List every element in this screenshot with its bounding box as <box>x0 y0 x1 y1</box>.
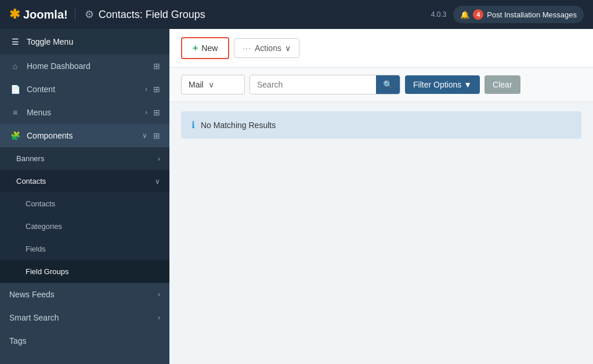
puzzle-icon: ⚙ <box>85 8 94 21</box>
sidebar-item-news-feeds[interactable]: News Feeds › <box>0 283 169 306</box>
no-results-banner: ℹ No Matching Results <box>181 111 581 139</box>
sidebar-item-contacts-parent[interactable]: Contacts ∨ <box>0 170 169 192</box>
sidebar-item-categories[interactable]: Categories <box>0 215 169 238</box>
new-button-label: New <box>201 43 218 53</box>
sidebar-item-banners[interactable]: Banners › <box>0 147 169 170</box>
bell-icon: 🔔 <box>460 10 469 19</box>
clear-button[interactable]: Clear <box>484 75 520 94</box>
post-install-label: Post Installation Messages <box>487 10 577 19</box>
home-dashboard-label: Home Dashboard <box>27 61 147 71</box>
news-feeds-label: News Feeds <box>9 290 152 299</box>
joomla-logo: ✱ Joomla! <box>9 7 68 22</box>
components-submenu: Banners › Contacts ∨ Contacts Categories… <box>0 147 169 283</box>
sidebar-item-contacts[interactable]: Contacts <box>0 192 169 215</box>
smart-search-chevron-icon: › <box>158 314 160 322</box>
menus-grid-icon: ⊞ <box>153 108 160 117</box>
contacts-chevron-icon: ∨ <box>155 177 160 185</box>
actions-chevron-icon: ∨ <box>285 43 291 53</box>
field-groups-label: Field Groups <box>26 267 160 276</box>
layout: ☰ Toggle Menu ⌂ Home Dashboard ⊞ 📄 Conte… <box>0 29 593 364</box>
actions-button[interactable]: ··· Actions ∨ <box>234 38 299 58</box>
menus-chevron-icon: › <box>145 108 147 117</box>
joomla-logo-icon: ✱ <box>9 7 20 22</box>
version-badge: 4.0.3 <box>431 10 447 19</box>
sidebar-item-tags[interactable]: Tags <box>0 329 169 352</box>
page-title-text: Contacts: Field Groups <box>99 9 205 21</box>
tags-label: Tags <box>9 336 160 345</box>
main-content: + New ··· Actions ∨ Mail ∨ 🔍 Filte <box>169 29 593 364</box>
sidebar: ☰ Toggle Menu ⌂ Home Dashboard ⊞ 📄 Conte… <box>0 29 169 364</box>
filter-options-label: Filter Options <box>413 80 461 89</box>
topbar-left: ✱ Joomla! ⚙ Contacts: Field Groups <box>9 7 205 22</box>
content-chevron-icon: › <box>145 85 147 93</box>
search-icon: 🔍 <box>383 80 393 89</box>
content-icon: 📄 <box>9 85 21 94</box>
contacts-submenu: Contacts Categories Fields Field Groups <box>0 192 169 283</box>
toolbar: + New ··· Actions ∨ <box>169 29 593 68</box>
sidebar-item-field-groups[interactable]: Field Groups <box>0 260 169 283</box>
sidebar-toggle-menu[interactable]: ☰ Toggle Menu <box>0 29 169 54</box>
page-title: ⚙ Contacts: Field Groups <box>75 8 205 21</box>
sidebar-item-fields[interactable]: Fields <box>0 238 169 260</box>
mail-dropdown-chevron-icon: ∨ <box>208 80 214 89</box>
clear-button-label: Clear <box>493 80 512 89</box>
news-feeds-chevron-icon: › <box>158 290 160 299</box>
topbar-right: 4.0.3 🔔 4 Post Installation Messages <box>431 6 584 23</box>
no-results-text: No Matching Results <box>201 121 276 130</box>
actions-button-label: Actions <box>255 43 281 53</box>
smart-search-label: Smart Search <box>9 313 152 322</box>
components-chevron-icon: ∨ <box>142 132 147 140</box>
dots-icon: ··· <box>243 43 251 53</box>
search-button[interactable]: 🔍 <box>376 75 400 94</box>
joomla-logo-text: Joomla! <box>23 8 68 21</box>
sidebar-item-home-dashboard[interactable]: ⌂ Home Dashboard ⊞ <box>0 54 169 78</box>
components-icon: 🧩 <box>9 131 21 140</box>
mail-dropdown[interactable]: Mail ∨ <box>181 75 245 94</box>
components-label: Components <box>27 131 136 140</box>
home-icon: ⌂ <box>9 61 21 71</box>
home-grid-icon: ⊞ <box>153 61 160 71</box>
menus-icon: ≡ <box>9 108 21 117</box>
sidebar-item-components[interactable]: 🧩 Components ∨ ⊞ <box>0 124 169 147</box>
components-grid-icon: ⊞ <box>153 131 160 140</box>
sidebar-item-smart-search[interactable]: Smart Search › <box>0 306 169 329</box>
categories-label: Categories <box>26 222 160 231</box>
sidebar-item-content[interactable]: 📄 Content › ⊞ <box>0 78 169 101</box>
menus-label: Menus <box>27 108 139 117</box>
new-button[interactable]: + New <box>181 37 229 59</box>
contacts-parent-label: Contacts <box>16 177 149 185</box>
sidebar-item-menus[interactable]: ≡ Menus › ⊞ <box>0 101 169 124</box>
search-input[interactable] <box>250 75 376 94</box>
search-input-wrap: 🔍 <box>250 75 400 94</box>
info-icon: ℹ <box>191 119 195 130</box>
banners-label: Banners <box>16 154 152 163</box>
banners-chevron-icon: › <box>158 155 160 163</box>
results-area: ℹ No Matching Results <box>169 102 593 364</box>
notification-count: 4 <box>473 9 483 20</box>
toggle-menu-label: Toggle Menu <box>27 37 160 46</box>
plus-icon: + <box>193 43 198 53</box>
topbar: ✱ Joomla! ⚙ Contacts: Field Groups 4.0.3… <box>0 0 593 29</box>
toggle-icon: ☰ <box>9 37 21 46</box>
contacts-label: Contacts <box>26 199 160 208</box>
content-label: Content <box>27 85 139 94</box>
filter-options-chevron-icon: ▼ <box>464 80 472 89</box>
post-install-messages-button[interactable]: 🔔 4 Post Installation Messages <box>453 6 584 23</box>
content-grid-icon: ⊞ <box>153 85 160 94</box>
mail-dropdown-label: Mail <box>189 80 204 89</box>
fields-label: Fields <box>26 245 160 253</box>
filter-bar: Mail ∨ 🔍 Filter Options ▼ Clear <box>169 68 593 102</box>
filter-options-button[interactable]: Filter Options ▼ <box>405 75 480 94</box>
